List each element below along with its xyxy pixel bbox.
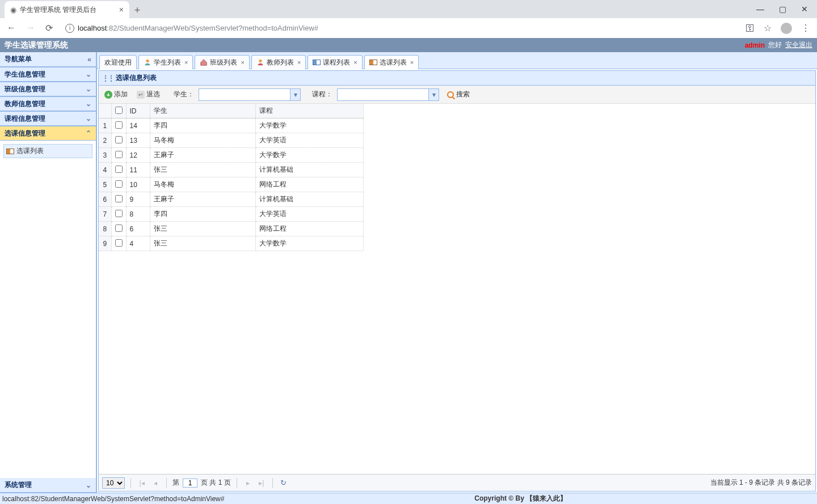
tree-node-elective-list[interactable]: 选课列表: [3, 144, 92, 158]
table-row[interactable]: 86张三网络工程: [99, 222, 363, 236]
reload-button[interactable]: ⟳: [45, 23, 53, 33]
cell-course: 大学数学: [255, 148, 363, 163]
forward-button[interactable]: →: [26, 23, 35, 33]
remove-button[interactable]: ↩ 退选: [134, 88, 162, 100]
row-checkbox[interactable]: [115, 180, 123, 188]
course-filter-combo[interactable]: ▾: [337, 88, 439, 101]
table-row[interactable]: 114李四大学数学: [99, 118, 363, 133]
close-tab-icon[interactable]: ×: [353, 59, 357, 66]
logout-link[interactable]: 安全退出: [785, 40, 812, 50]
close-window-button[interactable]: ✕: [801, 5, 808, 14]
tab-student-list[interactable]: 学生列表 ×: [138, 55, 193, 69]
sidebar-item-teacher[interactable]: 教师信息管理 ⌄: [0, 96, 96, 111]
book-icon: [369, 60, 377, 65]
sidebar-item-class[interactable]: 班级信息管理 ⌄: [0, 82, 96, 96]
back-button[interactable]: ←: [7, 23, 16, 33]
menu-icon[interactable]: ⋮: [801, 23, 810, 33]
sidebar-item-course[interactable]: 课程信息管理 ⌄: [0, 111, 96, 126]
table-row[interactable]: 69王麻子计算机基础: [99, 192, 363, 207]
close-tab-icon[interactable]: ×: [184, 59, 188, 66]
cell-student: 李四: [150, 207, 255, 222]
table-row[interactable]: 510马冬梅网络工程: [99, 177, 363, 192]
add-button[interactable]: + 添加: [102, 88, 130, 100]
book-icon: [6, 149, 14, 154]
prev-page-button[interactable]: ◂: [150, 478, 161, 488]
col-id-header[interactable]: ID: [126, 104, 150, 118]
student-filter-combo[interactable]: ▾: [199, 88, 301, 101]
cell-id: 11: [126, 163, 150, 177]
tab-label: 欢迎使用: [104, 58, 132, 67]
cell-rownum: 8: [99, 222, 111, 236]
table-row[interactable]: 411张三计算机基础: [99, 163, 363, 177]
cell-course: 计算机基础: [255, 192, 363, 207]
cell-student: 王麻子: [150, 148, 255, 163]
sidebar-item-label: 学生信息管理: [5, 70, 45, 79]
new-tab-button[interactable]: +: [129, 2, 145, 18]
key-icon[interactable]: ⚿: [746, 23, 755, 33]
pagination-info: 当前显示 1 - 9 条记录 共 9 条记录: [710, 478, 812, 488]
row-checkbox[interactable]: [115, 166, 123, 173]
tab-label: 选课列表: [380, 58, 407, 67]
table-row[interactable]: 312王麻子大学数学: [99, 148, 363, 163]
next-page-button[interactable]: ▸: [243, 478, 253, 488]
cell-id: 9: [126, 192, 150, 207]
address-bar[interactable]: i localhost:82/StudentManagerWeb/SystemS…: [60, 22, 739, 35]
sidebar-title[interactable]: 导航菜单 «: [0, 52, 96, 67]
table-row[interactable]: 213马冬梅大学英语: [99, 133, 363, 148]
bookmark-icon[interactable]: ☆: [764, 23, 772, 33]
sidebar-item-student[interactable]: 学生信息管理 ⌄: [0, 67, 96, 82]
refresh-button[interactable]: ↻: [279, 478, 289, 488]
plus-icon: +: [104, 91, 112, 99]
cell-checkbox: [111, 222, 126, 236]
browser-tab[interactable]: ◉ 学生管理系统 管理员后台 ×: [5, 1, 129, 18]
close-tab-icon[interactable]: ×: [297, 59, 301, 66]
cell-checkbox: [111, 163, 126, 177]
row-checkbox[interactable]: [115, 136, 123, 143]
tab-course-list[interactable]: 课程列表 ×: [308, 55, 362, 69]
cell-checkbox: [111, 133, 126, 148]
row-checkbox[interactable]: [115, 151, 123, 158]
table-row[interactable]: 94张三大学数学: [99, 236, 363, 251]
row-checkbox[interactable]: [115, 195, 123, 202]
table-row[interactable]: 78李四大学英语: [99, 207, 363, 222]
tab-teacher-list[interactable]: 教师列表 ×: [251, 55, 306, 69]
main-layout: 导航菜单 « 学生信息管理 ⌄ 班级信息管理 ⌄ 教师信息管理 ⌄ 课程信息管理…: [0, 52, 817, 493]
minimize-button[interactable]: —: [756, 5, 764, 14]
page-number-input[interactable]: [183, 478, 197, 488]
cell-course: 网络工程: [255, 177, 363, 192]
cell-student: 张三: [150, 163, 255, 177]
row-checkbox[interactable]: [115, 239, 123, 247]
panel-header: ⋮⋮ 选课信息列表: [99, 71, 815, 86]
first-page-button[interactable]: |◂: [137, 478, 147, 488]
site-info-icon[interactable]: i: [65, 24, 74, 33]
cell-student: 张三: [150, 222, 255, 236]
select-all-checkbox[interactable]: [115, 107, 123, 114]
cell-checkbox: [111, 148, 126, 163]
greeting-text: 您好: [768, 40, 782, 50]
sidebar-item-elective[interactable]: 选课信息管理 ⌃: [0, 126, 96, 141]
book-icon: [313, 60, 321, 65]
row-checkbox[interactable]: [115, 210, 123, 217]
cell-course: 大学数学: [255, 236, 363, 251]
window-controls: — ▢ ✕: [756, 0, 817, 18]
row-checkbox[interactable]: [115, 225, 123, 232]
app-title: 学生选课管理系统: [5, 40, 68, 50]
col-course-header[interactable]: 课程: [255, 104, 363, 118]
sidebar-item-label: 系统管理: [5, 480, 32, 490]
page-size-select[interactable]: 10: [102, 477, 125, 489]
close-tab-icon[interactable]: ×: [410, 59, 414, 66]
search-button[interactable]: 搜索: [444, 88, 473, 100]
tab-elective-list[interactable]: 选课列表 ×: [364, 55, 419, 69]
last-page-button[interactable]: ▸|: [256, 478, 267, 488]
tab-welcome[interactable]: 欢迎使用: [99, 55, 137, 69]
maximize-button[interactable]: ▢: [779, 5, 786, 14]
url-host: localhost: [78, 24, 107, 32]
profile-avatar[interactable]: [781, 23, 792, 34]
tab-class-list[interactable]: 班级列表 ×: [195, 55, 249, 69]
close-tab-icon[interactable]: ×: [119, 5, 124, 14]
col-student-header[interactable]: 学生: [150, 104, 255, 118]
close-tab-icon[interactable]: ×: [241, 59, 244, 66]
house-icon: [200, 58, 208, 66]
sidebar-item-system[interactable]: 系统管理 ⌄: [0, 478, 96, 493]
row-checkbox[interactable]: [115, 121, 123, 129]
